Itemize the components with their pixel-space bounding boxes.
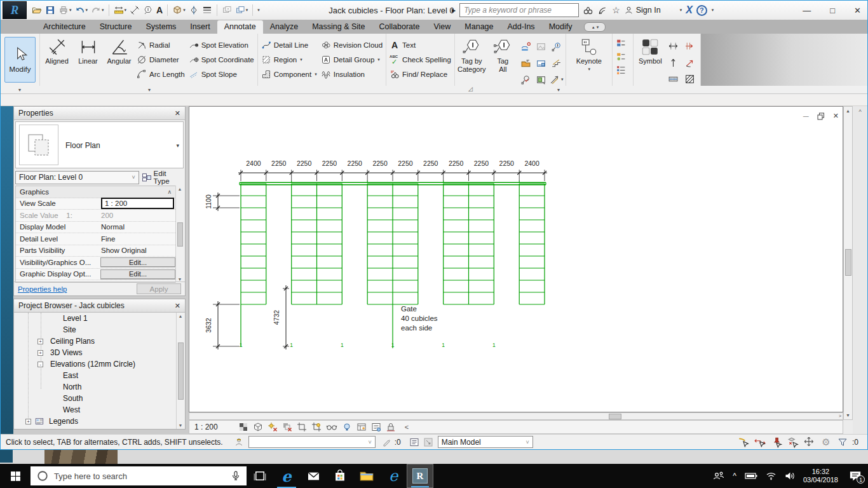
taskbar-revit-button[interactable]: R xyxy=(407,464,433,488)
minimize-button[interactable]: — xyxy=(803,6,811,15)
tab-modify[interactable]: Modify xyxy=(542,20,580,34)
more-tag-tools-button[interactable]: ▾ xyxy=(550,72,564,87)
apply-button[interactable]: Apply xyxy=(137,283,181,294)
close-properties-icon[interactable]: ✕ xyxy=(175,109,180,118)
view-scale-input[interactable]: 1 : 200 xyxy=(101,198,174,209)
edit-type-button[interactable]: Edit Type xyxy=(142,170,184,185)
drawing-area[interactable]: 2400225022502250225022502250225022502250… xyxy=(189,106,843,412)
dimension-panel-dropdown[interactable]: ▾ xyxy=(148,87,151,93)
editable-only-icon[interactable] xyxy=(381,437,395,447)
redo-dropdown[interactable]: ▾ xyxy=(102,8,104,13)
parts-visibility-row[interactable]: Parts VisibilityShow Original xyxy=(16,245,175,257)
customize-qat-dropdown[interactable]: ▾ xyxy=(257,8,260,13)
region-dropdown[interactable]: ▾ xyxy=(300,57,302,62)
graphic-display-edit-button[interactable]: Edit... xyxy=(100,269,175,279)
taskbar-explorer-button[interactable] xyxy=(353,464,380,488)
view-minimize-icon[interactable]: — xyxy=(803,113,809,119)
view-close-icon[interactable]: ✕ xyxy=(833,112,839,120)
scroll-up-icon[interactable]: ▲ xyxy=(846,107,850,113)
select-panel-dropdown[interactable]: ▾ xyxy=(18,87,21,93)
material-tag-button[interactable] xyxy=(519,55,533,71)
tab-systems[interactable]: Systems xyxy=(139,20,183,34)
drag-on-selection-icon[interactable] xyxy=(803,437,817,448)
type-selector-dropdown[interactable]: ▾ xyxy=(176,142,179,149)
select-underlay-icon[interactable] xyxy=(753,437,767,448)
scroll-thumb[interactable] xyxy=(178,342,184,400)
help-button[interactable]: ? xyxy=(696,5,707,16)
tag-button[interactable] xyxy=(142,3,154,17)
temporary-view-properties-icon[interactable] xyxy=(371,422,381,432)
volume-icon[interactable] xyxy=(785,471,795,480)
pipe-legend-button[interactable] xyxy=(614,51,628,62)
expand-icon[interactable]: + xyxy=(37,350,43,356)
close-hidden-windows-button[interactable] xyxy=(221,3,233,17)
graphic-display-row[interactable]: Graphic Display Opt...Edit... xyxy=(16,269,175,281)
area-hatch-symbol-button[interactable] xyxy=(683,71,697,86)
tray-expand-icon[interactable]: ^ xyxy=(733,471,736,480)
tab-analyze[interactable]: Analyze xyxy=(263,20,305,34)
scroll-down-icon[interactable]: ▼ xyxy=(178,277,182,281)
battery-icon[interactable] xyxy=(745,472,757,480)
tag-all-button[interactable]: Tag All xyxy=(488,35,518,85)
help-dropdown[interactable]: ▾ xyxy=(712,8,714,13)
tab-view[interactable]: View xyxy=(426,20,458,34)
open-button[interactable] xyxy=(31,3,43,17)
tree-item-site[interactable]: Site xyxy=(14,324,176,336)
view-reference-button[interactable] xyxy=(534,72,548,87)
type-selector[interactable]: Floor Plan ▾ xyxy=(15,121,184,168)
detail-level-icon[interactable] xyxy=(253,422,263,432)
worksharing-display-icon[interactable] xyxy=(356,422,367,432)
radial-dimension-button[interactable]: Radial xyxy=(135,38,186,51)
scroll-down-icon[interactable]: ▼ xyxy=(179,423,183,428)
tree-item-south[interactable]: South xyxy=(14,393,176,404)
tag-panel-dropdown[interactable]: ▾ xyxy=(557,87,560,93)
properties-header[interactable]: Properties✕ xyxy=(14,107,185,120)
select-links-icon[interactable] xyxy=(736,437,750,448)
reveal-constraints-icon[interactable] xyxy=(386,422,396,432)
worksets-icon[interactable] xyxy=(232,437,246,447)
close-button[interactable]: ✕ xyxy=(854,6,861,15)
filter-icon[interactable] xyxy=(836,437,850,447)
visibility-edit-button[interactable]: Edit... xyxy=(100,257,175,267)
keynote-dropdown[interactable]: ▾ xyxy=(588,65,591,73)
stair-path-button[interactable] xyxy=(683,38,697,53)
pick-to-edit-icon[interactable] xyxy=(421,437,435,447)
temporary-hide-isolate-icon[interactable] xyxy=(326,422,337,432)
tree-item-legends[interactable]: +Legends xyxy=(14,416,176,427)
maximize-button[interactable]: □ xyxy=(830,6,835,15)
tab-manage[interactable]: Manage xyxy=(458,20,500,34)
redo-button[interactable]: ▾ xyxy=(90,3,105,17)
visual-style-icon[interactable] xyxy=(238,422,248,432)
component-button[interactable]: Component▾ xyxy=(260,67,318,81)
check-spelling-button[interactable]: ABC✓Check Spelling xyxy=(388,53,452,66)
search-input[interactable]: Type a keyword or phrase xyxy=(459,3,579,17)
browser-scrollbar[interactable]: ▲▼ xyxy=(176,313,184,429)
scroll-up-icon[interactable]: ▲ xyxy=(179,314,183,318)
people-icon[interactable] xyxy=(713,471,724,481)
tree-item-level-1[interactable]: Level 1 xyxy=(14,313,176,324)
insulation-button[interactable]: Insulation xyxy=(320,67,384,81)
favorites-icon[interactable]: ☆ xyxy=(612,5,620,15)
horizontal-scroll-thumb[interactable] xyxy=(609,414,621,419)
exchange-apps-icon[interactable]: X xyxy=(686,4,693,16)
tag-by-category-button[interactable]: Tag by Category xyxy=(457,35,487,85)
scroll-right-icon[interactable]: > xyxy=(839,414,841,418)
text-button[interactable]: A xyxy=(156,3,163,17)
search-flyout-button[interactable]: ▶ xyxy=(452,8,456,13)
row-value[interactable]: Normal xyxy=(98,222,175,233)
revision-cloud-button[interactable]: Revision Cloud xyxy=(320,38,384,51)
slope-annotation-button[interactable] xyxy=(683,55,697,70)
expand-icon[interactable]: + xyxy=(25,419,31,424)
detail-level-row[interactable]: Detail LevelFine xyxy=(16,233,175,245)
tree-item-east[interactable]: East xyxy=(14,370,176,381)
print-button[interactable]: ▾ xyxy=(58,3,72,17)
tab-insert[interactable]: Insert xyxy=(183,20,217,34)
microphone-icon[interactable] xyxy=(231,471,240,481)
tree-item-west[interactable]: West xyxy=(14,404,176,416)
properties-scrollbar[interactable]: ▲▼ xyxy=(175,186,184,283)
span-direction-button[interactable] xyxy=(667,38,681,53)
tab-collaborate[interactable]: Collaborate xyxy=(372,20,427,34)
select-pinned-icon[interactable] xyxy=(770,437,783,448)
settings-gear-icon[interactable]: ⚙ xyxy=(819,437,833,448)
search-icon[interactable] xyxy=(583,5,593,16)
